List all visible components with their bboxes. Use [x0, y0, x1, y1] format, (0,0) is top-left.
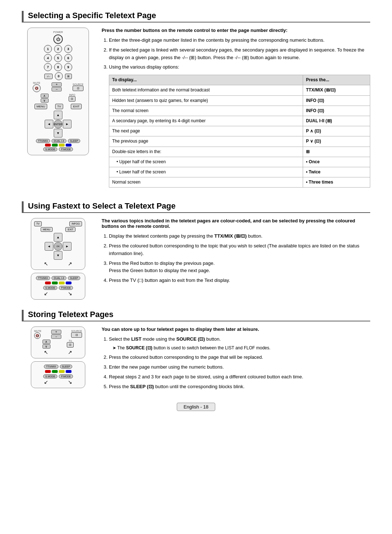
f-ttx-btn: TTX/MIX — [36, 276, 50, 280]
table-cell-press: INFO (⊡) — [303, 106, 370, 116]
vol-down: − — [52, 87, 62, 91]
source-label: SOURCE — [73, 83, 83, 86]
sleep-highlight: SLEEP (⊡) — [130, 384, 154, 389]
remote-image-storing: MUTE 🔇 + − SOURCE ⊡ ∧ ∨ — [22, 326, 94, 393]
s-mute-section: MUTE 🔇 — [34, 330, 41, 339]
tv-btn: TV — [55, 104, 63, 109]
green-btn — [52, 144, 58, 147]
table-row: • Upper half of the screen • Once — [109, 157, 370, 167]
num-row-3: 7 8 9 — [30, 63, 86, 71]
bottom-btn-row: TTX/MIX DUAL I-II SLEEP — [30, 139, 86, 143]
s-vol-rocker: + − — [51, 330, 61, 339]
s-source-label: SOURCE — [71, 330, 82, 332]
s-source-btn: ⊡ — [71, 332, 82, 338]
source-sub-highlight: SOURCE (⊡) — [126, 345, 152, 350]
f-dual-btn: DUAL I-II — [52, 276, 66, 280]
table-cell-press: • Once — [303, 157, 370, 167]
ttxmix-btn: TTX/MIX — [36, 139, 50, 143]
vol-up: + — [52, 82, 62, 87]
s-mute-label: MUTE — [34, 330, 41, 332]
s-mode-row: S.MODE P.MODE — [33, 374, 83, 378]
num-row-0: -/-- 0 ⊞ — [30, 72, 86, 80]
display-options-table: To display... Press the... Both teletext… — [109, 75, 370, 188]
f-yellow-btn — [59, 282, 65, 284]
btn-5: 5 — [54, 54, 62, 62]
table-row: A secondary page, by entering its 4-digi… — [109, 116, 370, 126]
s-pmode-btn: P.MODE — [59, 374, 73, 378]
s-mute-btn: 🔇 — [34, 332, 41, 339]
nav-down: ▼ — [54, 129, 62, 137]
mute-btn: 🔇 — [33, 84, 41, 92]
f-nav-tl — [45, 233, 53, 242]
exit-btn: EXIT — [71, 104, 82, 109]
nav-up: ▲ — [54, 111, 62, 119]
table-cell-press: INFO (⊡) — [303, 95, 370, 106]
table-header-row: To display... Press the... — [109, 75, 370, 85]
f-green-btn — [52, 282, 58, 284]
table-cell-display: The normal screen — [109, 106, 303, 116]
section-storing: Storing Teletext Pages MUTE 🔇 + − SOURCE… — [22, 310, 370, 393]
col-header-display: To display... — [109, 75, 303, 85]
f-info-btn: INFO⊡ — [69, 221, 82, 226]
s-tv-label: TV — [67, 340, 74, 342]
yellow-btn — [59, 144, 65, 147]
red-btn — [45, 144, 51, 147]
table-cell-press: P ∧ (⊡) — [303, 126, 370, 136]
btn-7: 7 — [44, 63, 52, 71]
table-cell-display: Hidden text (answers to quiz games, for … — [109, 95, 303, 106]
intro-text-storing: You can store up to four teletext pages … — [102, 326, 370, 332]
table-cell-press: • Three times — [303, 177, 370, 188]
s-ch-up: ∧ — [42, 340, 50, 344]
remote-control-full: POWER ⏻ 1 2 3 4 5 6 7 8 9 -/- — [27, 28, 89, 155]
num-row-1: 1 2 3 — [30, 45, 86, 53]
source-btn: ⊡ — [73, 86, 83, 91]
info-label: INFO — [69, 94, 75, 96]
step-3-text: Using the various display options: — [109, 64, 179, 70]
power-button: ⏻ — [53, 34, 63, 44]
remote-bottom-storing: TTX/MIX SLEEP S.MODE P.MODE ↙ ↘ — [31, 361, 85, 388]
f-nav-cross: ▲ ◄ OK ► ▼ — [45, 233, 72, 260]
remote-top-storing: MUTE 🔇 + − SOURCE ⊡ ∧ ∨ — [31, 326, 85, 358]
section-content-storing: MUTE 🔇 + − SOURCE ⊡ ∧ ∨ — [22, 326, 370, 393]
f-red-btn — [45, 282, 51, 284]
f-nav-right: ► — [63, 242, 72, 251]
nav-tl — [45, 111, 53, 119]
step-1-selecting: Enter the three-digit page number listed… — [109, 37, 370, 44]
f-tv-btn: TV — [34, 221, 42, 226]
f-nav-br — [63, 251, 72, 260]
remote-top-fastext: TV INFO⊡ MENU EXIT ▲ ◄ OK ► ▼ — [31, 218, 85, 270]
storing-step-1-sub: ➤ The SOURCE (⊡) button is used to switc… — [109, 345, 370, 352]
colored-buttons — [30, 144, 86, 147]
table-cell-press: P ∨ (⊡) — [303, 136, 370, 147]
storing-step-5: Press the SLEEP (⊡) button until the cor… — [109, 383, 370, 391]
source-highlight: SOURCE (⊡) — [176, 336, 205, 342]
mute-label: MUTE — [33, 82, 41, 84]
section-fastext: Using Fastext to Select a Teletext Page … — [22, 201, 370, 300]
ch-up: ∧ — [41, 94, 49, 98]
f-nav-bl — [45, 251, 53, 260]
s-diag-tr: ↗ — [68, 349, 72, 355]
s-blue-btn — [66, 370, 72, 373]
nav-left: ◄ — [45, 120, 53, 128]
text-content-storing: You can store up to four teletext pages … — [102, 326, 370, 393]
btn-8: 8 — [54, 63, 62, 71]
power-label: POWER — [30, 31, 86, 33]
ch-down: ∨ — [41, 98, 49, 103]
table-cell-press: ⊞ — [303, 147, 370, 157]
fastext-step-4: Press the TV (□) button again to exit fr… — [109, 277, 370, 284]
blue-btn — [66, 144, 72, 147]
btn-2: 2 — [54, 45, 62, 53]
table-cell-press: DUAL I-II (⊞) — [303, 116, 370, 126]
num-row-2: 4 5 6 — [30, 54, 86, 62]
btn-9: 9 — [64, 63, 72, 71]
table-row: The next page P ∧ (⊡) — [109, 126, 370, 136]
mute-section: MUTE 🔇 — [33, 82, 41, 92]
s-green-btn — [52, 370, 58, 373]
table-row: Both teletext information and the normal… — [109, 85, 370, 95]
dual-btn: DUAL I-II — [52, 139, 66, 143]
s-vol-down: − — [51, 334, 61, 339]
table-row: Normal screen • Three times — [109, 177, 370, 188]
btn-ttxmix-top: ⊞ — [65, 74, 72, 79]
s-diag-br: ↘ — [68, 379, 72, 385]
f-diag-arrow-br: ↘ — [68, 291, 72, 296]
